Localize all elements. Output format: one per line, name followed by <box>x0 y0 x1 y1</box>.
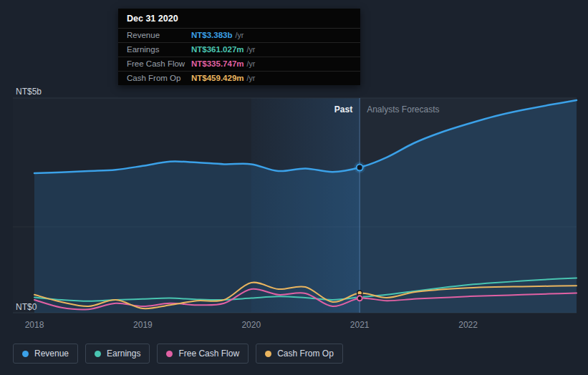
tooltip-metric-unit: /yr <box>247 45 256 54</box>
free-cash-flow-marker[interactable] <box>357 296 362 301</box>
legend-item-earnings[interactable]: Earnings <box>85 344 150 364</box>
tooltip-metric-label: Free Cash Flow <box>127 59 191 68</box>
chart-legend: RevenueEarningsFree Cash FlowCash From O… <box>13 344 343 364</box>
tooltip-rows: RevenueNT$3.383b/yrEarningsNT$361.027m/y… <box>118 29 360 85</box>
x-tick-2022: 2022 <box>458 320 478 330</box>
legend-item-revenue[interactable]: Revenue <box>13 344 78 364</box>
tooltip-metric-value: NT$459.429m <box>191 74 244 82</box>
tooltip-row-free-cash-flow: Free Cash FlowNT$335.747m/yr <box>118 57 360 72</box>
tooltip-row-earnings: EarningsNT$361.027m/yr <box>118 43 360 57</box>
tooltip-metric-value: NT$3.383b <box>191 31 233 39</box>
cash-from-op-dot-icon <box>265 351 271 357</box>
tooltip-metric-unit: /yr <box>247 74 256 82</box>
tooltip-metric-label: Earnings <box>127 45 191 54</box>
legend-item-cash-from-op[interactable]: Cash From Op <box>256 344 343 364</box>
tooltip-row-cash-from-op: Cash From OpNT$459.429m/yr <box>118 72 360 85</box>
legend-item-free-cash-flow[interactable]: Free Cash Flow <box>157 344 249 364</box>
x-tick-2019: 2019 <box>133 320 153 330</box>
x-tick-2020: 2020 <box>241 320 261 330</box>
legend-label: Cash From Op <box>277 349 334 359</box>
revenue-dot-icon <box>22 351 29 357</box>
earnings-dot-icon <box>95 351 101 357</box>
y-axis-label-bottom: NT$0 <box>16 302 37 312</box>
tooltip-metric-unit: /yr <box>247 59 256 68</box>
tooltip-metric-unit: /yr <box>236 31 244 39</box>
tooltip-date: Dec 31 2020 <box>118 9 360 29</box>
x-tick-2018: 2018 <box>25 320 44 330</box>
tooltip-metric-label: Revenue <box>127 31 191 39</box>
past-label: Past <box>334 104 352 115</box>
app-root: NT$5b NT$0 Past Analysts Forecasts 20182… <box>0 0 588 375</box>
legend-label: Earnings <box>107 349 140 359</box>
legend-label: Free Cash Flow <box>178 349 239 359</box>
y-axis-label-top: NT$5b <box>16 87 42 97</box>
chart-tooltip: Dec 31 2020 RevenueNT$3.383b/yrEarningsN… <box>118 9 360 85</box>
x-tick-2021: 2021 <box>350 320 370 330</box>
free-cash-flow-dot-icon <box>166 351 173 357</box>
forecast-label: Analysts Forecasts <box>367 104 439 115</box>
tooltip-metric-label: Cash From Op <box>127 74 191 82</box>
tooltip-metric-value: NT$361.027m <box>191 45 244 54</box>
revenue-marker[interactable] <box>357 165 363 171</box>
legend-label: Revenue <box>34 349 69 359</box>
tooltip-metric-value: NT$335.747m <box>191 59 244 68</box>
tooltip-row-revenue: RevenueNT$3.383b/yr <box>118 29 360 43</box>
